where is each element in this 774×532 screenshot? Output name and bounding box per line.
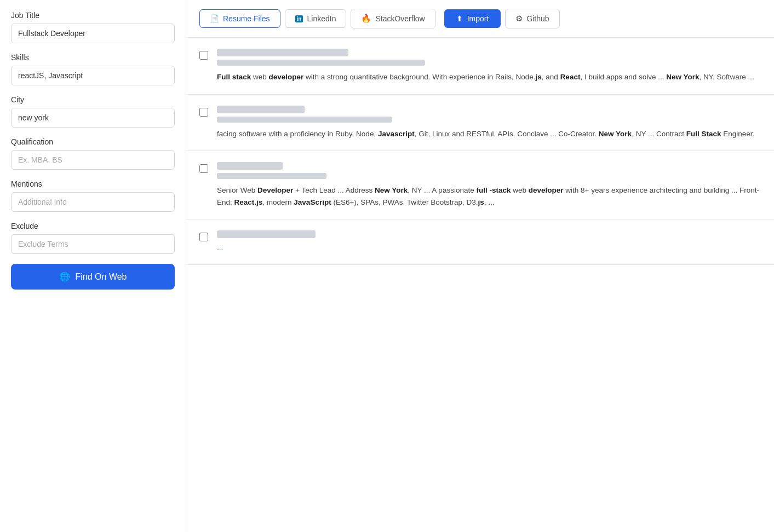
tab-linkedin-label: LinkedIn [307, 14, 336, 23]
result-3-title-placeholder [217, 173, 326, 179]
tab-github-label: Github [526, 14, 549, 23]
result-2-title-placeholder [217, 117, 392, 123]
import-btn-label: Import [467, 14, 489, 23]
stackoverflow-icon: 🔥 [361, 14, 371, 24]
results-list: Full stack web developer with a strong q… [186, 38, 774, 265]
exclude-input[interactable] [11, 234, 175, 254]
result-2-checkbox[interactable] [199, 108, 208, 117]
qualification-group: Qualification [11, 137, 175, 170]
result-2-description: facing software with a proficiency in Ru… [217, 128, 761, 140]
upload-icon: ⬆ [456, 14, 463, 23]
result-2-name-placeholder [217, 106, 305, 113]
mentions-label: Mentions [11, 180, 175, 188]
result-4-description: ... [217, 241, 761, 253]
result-1-name-placeholder [217, 49, 348, 56]
job-title-label: Job Title [11, 11, 175, 20]
job-title-input[interactable] [11, 24, 175, 43]
result-1-content: Full stack web developer with a strong q… [217, 49, 761, 83]
mentions-input[interactable] [11, 192, 175, 212]
qualification-label: Qualification [11, 137, 175, 146]
city-group: City [11, 95, 175, 128]
tab-resume-label: Resume Files [223, 14, 270, 23]
skills-input[interactable] [11, 66, 175, 85]
result-item: facing software with a proficiency in Ru… [186, 95, 774, 152]
result-item: Full stack web developer with a strong q… [186, 38, 774, 95]
result-4-name-placeholder [217, 230, 316, 238]
result-3-name-placeholder [217, 162, 283, 170]
qualification-input[interactable] [11, 150, 175, 170]
find-on-web-button[interactable]: 🌐 Find On Web [11, 264, 175, 290]
result-3-content: Senior Web Developer + Tech Lead ... Add… [217, 162, 761, 208]
city-input[interactable] [11, 108, 175, 128]
tab-resume-files[interactable]: 📄 Resume Files [199, 9, 280, 28]
result-1-title-placeholder [217, 60, 425, 66]
github-icon: ⚙ [515, 14, 523, 24]
globe-icon: 🌐 [59, 271, 70, 282]
linkedin-icon: in [295, 15, 303, 22]
result-item: ... [186, 219, 774, 265]
mentions-group: Mentions [11, 180, 175, 212]
import-button[interactable]: ⬆ Import [444, 9, 501, 28]
skills-group: Skills [11, 53, 175, 85]
tab-linkedin[interactable]: in LinkedIn [285, 9, 347, 28]
result-1-description: Full stack web developer with a strong q… [217, 71, 761, 83]
result-item: Senior Web Developer + Tech Lead ... Add… [186, 151, 774, 219]
resume-icon: 📄 [210, 14, 219, 23]
result-3-checkbox[interactable] [199, 164, 208, 173]
tab-stackoverflow-label: StackOverflow [375, 14, 425, 23]
result-4-checkbox[interactable] [199, 233, 208, 241]
tab-github[interactable]: ⚙ Github [505, 9, 559, 28]
exclude-label: Exclude [11, 222, 175, 230]
skills-label: Skills [11, 53, 175, 62]
result-3-description: Senior Web Developer + Tech Lead ... Add… [217, 184, 761, 208]
result-2-content: facing software with a proficiency in Ru… [217, 106, 761, 140]
result-1-checkbox[interactable] [199, 51, 208, 60]
job-title-group: Job Title [11, 11, 175, 43]
main-content: 📄 Resume Files in LinkedIn 🔥 StackOverfl… [186, 0, 774, 532]
sidebar: Job Title Skills City Qualification Ment… [0, 0, 186, 532]
city-label: City [11, 95, 175, 104]
result-4-content: ... [217, 230, 761, 253]
tab-stackoverflow[interactable]: 🔥 StackOverflow [351, 9, 435, 28]
source-tabs-row: 📄 Resume Files in LinkedIn 🔥 StackOverfl… [186, 0, 774, 38]
exclude-group: Exclude [11, 222, 175, 254]
find-btn-label: Find On Web [76, 272, 127, 282]
